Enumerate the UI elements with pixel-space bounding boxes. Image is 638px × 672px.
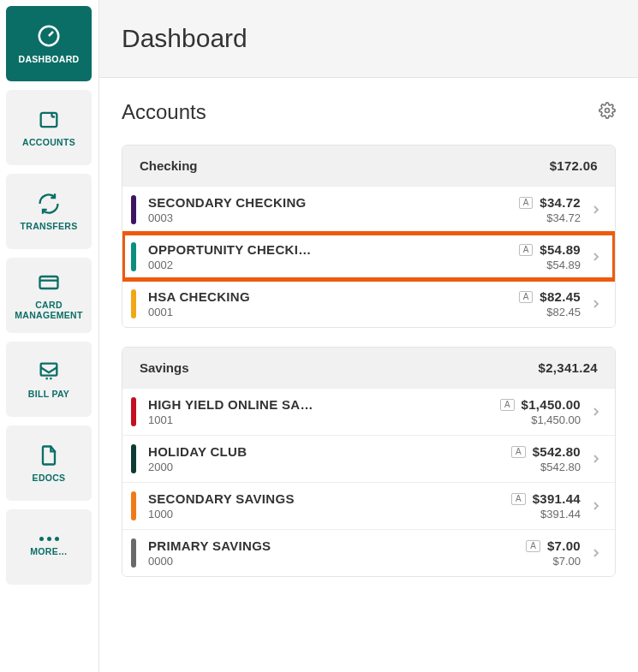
sidebar-item-dashboard[interactable]: DASHBOARD <box>6 6 92 81</box>
account-available: $54.89 <box>519 259 581 271</box>
account-name: SECONDARY SAVINGS <box>148 491 501 506</box>
account-balance: $1,450.00 <box>522 397 581 412</box>
account-main: SECONDARY SAVINGS1000 <box>148 491 501 520</box>
account-row[interactable]: SECONDARY SAVINGS1000A$391.44$391.44 <box>122 482 615 529</box>
account-amounts: A$54.89$54.89 <box>519 242 581 271</box>
card-icon <box>37 271 61 294</box>
content: Accounts Checking$172.06SECONDARY CHECKI… <box>99 78 638 618</box>
chevron-right-icon <box>589 195 603 224</box>
account-balance: $542.80 <box>533 444 581 459</box>
account-group: Checking$172.06SECONDARY CHECKING0003A$3… <box>122 145 616 328</box>
group-title: Savings <box>140 360 189 375</box>
group-header: Checking$172.06 <box>122 146 615 186</box>
transfers-icon <box>37 192 61 216</box>
account-group: Savings$2,341.24HIGH YIELD ONLINE SA…100… <box>122 347 616 577</box>
sidebar: DASHBOARD ACCOUNTS TRANSFERS CARD MANAGE… <box>0 0 98 672</box>
sidebar-item-label: CARD MANAGEMENT <box>6 300 92 320</box>
svg-rect-2 <box>40 277 58 288</box>
badge-a: A <box>511 493 526 505</box>
sidebar-item-accounts[interactable]: ACCOUNTS <box>6 90 92 165</box>
sidebar-item-label: TRANSFERS <box>15 221 83 231</box>
account-amounts: A$34.72$34.72 <box>519 195 581 224</box>
account-balance: $34.72 <box>540 195 581 210</box>
account-amounts: A$391.44$391.44 <box>511 491 581 520</box>
account-name: OPPORTUNITY CHECKI… <box>148 242 509 257</box>
edocs-icon <box>37 443 61 467</box>
account-main: OPPORTUNITY CHECKI…0002 <box>148 242 509 271</box>
account-row[interactable]: HSA CHECKING0001A$82.45$82.45 <box>122 280 615 327</box>
account-available: $82.45 <box>519 306 581 318</box>
group-total: $2,341.24 <box>539 360 598 375</box>
account-name: PRIMARY SAVINGS <box>148 538 516 553</box>
svg-rect-1 <box>41 113 57 127</box>
account-number: 0001 <box>148 306 509 318</box>
sidebar-item-transfers[interactable]: TRANSFERS <box>6 174 92 249</box>
account-available: $542.80 <box>511 461 581 473</box>
badge-a: A <box>500 399 515 411</box>
group-header: Savings$2,341.24 <box>122 348 615 388</box>
badge-a: A <box>519 291 534 303</box>
chevron-right-icon <box>589 397 603 426</box>
sidebar-item-edocs[interactable]: EDOCS <box>6 425 92 501</box>
sidebar-item-more[interactable]: MORE… <box>6 509 92 585</box>
account-color-bar <box>131 538 136 568</box>
account-amounts: A$7.00$7.00 <box>526 538 581 568</box>
main: Dashboard Accounts Checking$172.06SECOND… <box>98 0 638 672</box>
chevron-right-icon <box>589 289 603 318</box>
account-name: HOLIDAY CLUB <box>148 444 501 459</box>
account-row[interactable]: OPPORTUNITY CHECKI…0002A$54.89$54.89 <box>122 233 615 280</box>
account-number: 0002 <box>148 259 509 271</box>
group-total: $172.06 <box>550 158 598 173</box>
account-available: $34.72 <box>519 211 581 224</box>
gear-icon[interactable] <box>599 102 616 122</box>
account-balance: $391.44 <box>533 491 581 506</box>
sidebar-item-label: EDOCS <box>27 473 71 483</box>
account-number: 0003 <box>148 211 509 224</box>
account-name: HSA CHECKING <box>148 289 509 304</box>
account-number: 1000 <box>148 508 501 520</box>
badge-a: A <box>526 540 540 552</box>
page-header: Dashboard <box>99 0 638 78</box>
account-row[interactable]: SECONDARY CHECKING0003A$34.72$34.72 <box>122 186 615 233</box>
accounts-icon <box>37 108 61 132</box>
account-main: PRIMARY SAVINGS0000 <box>148 538 516 568</box>
sidebar-item-label: MORE… <box>25 546 73 556</box>
account-balance: $54.89 <box>540 242 581 257</box>
accounts-section-title: Accounts <box>122 100 206 124</box>
dashboard-icon <box>36 23 62 49</box>
account-color-bar <box>131 289 136 318</box>
account-number: 1001 <box>148 413 490 426</box>
chevron-right-icon <box>589 242 603 271</box>
chevron-right-icon <box>589 444 603 473</box>
group-title: Checking <box>140 158 198 173</box>
account-row[interactable]: HOLIDAY CLUB2000A$542.80$542.80 <box>122 435 615 482</box>
badge-a: A <box>519 244 534 256</box>
account-balance: $82.45 <box>540 289 581 304</box>
badge-a: A <box>511 446 526 458</box>
account-row[interactable]: PRIMARY SAVINGS0000A$7.00$7.00 <box>122 529 615 576</box>
account-amounts: A$1,450.00$1,450.00 <box>500 397 581 426</box>
bill-pay-icon <box>37 360 61 384</box>
sidebar-item-label: ACCOUNTS <box>17 137 80 147</box>
account-main: SECONDARY CHECKING0003 <box>148 195 509 224</box>
badge-a: A <box>519 197 534 209</box>
account-available: $7.00 <box>526 555 581 568</box>
account-main: HIGH YIELD ONLINE SA…1001 <box>148 397 490 426</box>
account-color-bar <box>131 444 136 473</box>
account-available: $391.44 <box>511 508 581 520</box>
sidebar-item-label: DASHBOARD <box>14 54 85 64</box>
sidebar-item-label: BILL PAY <box>23 389 75 399</box>
account-name: HIGH YIELD ONLINE SA… <box>148 397 490 412</box>
more-icon <box>39 537 59 541</box>
account-number: 0000 <box>148 555 516 568</box>
account-main: HOLIDAY CLUB2000 <box>148 444 501 473</box>
account-row[interactable]: HIGH YIELD ONLINE SA…1001A$1,450.00$1,45… <box>122 388 615 435</box>
account-name: SECONDARY CHECKING <box>148 195 509 210</box>
sidebar-item-bill-pay[interactable]: BILL PAY <box>6 342 92 417</box>
chevron-right-icon <box>589 491 603 520</box>
account-amounts: A$542.80$542.80 <box>511 444 581 473</box>
sidebar-item-card-management[interactable]: CARD MANAGEMENT <box>6 258 92 333</box>
account-color-bar <box>131 397 136 426</box>
account-balance: $7.00 <box>547 538 581 553</box>
account-color-bar <box>131 491 136 520</box>
